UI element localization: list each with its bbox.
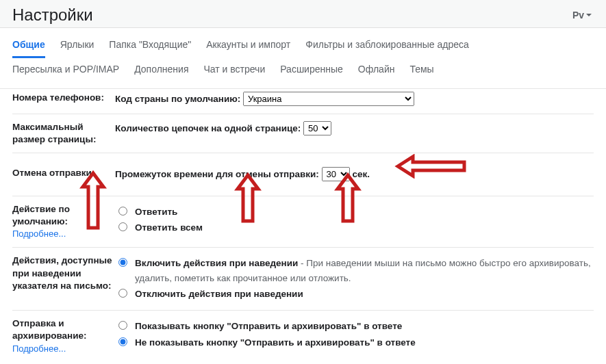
tab-advanced[interactable]: Расширенные <box>280 60 343 81</box>
row-hover-actions: Действия, доступные при наведении указат… <box>12 248 594 311</box>
radio-hide-sendarchive-label: Не показывать кнопку "Отправить и архиви… <box>135 337 416 348</box>
link-more-sendarchive[interactable]: Подробнее... <box>12 343 66 354</box>
annotation-arrow-2 <box>234 170 262 224</box>
tab-chat[interactable]: Чат и встречи <box>203 60 265 81</box>
tab-offline[interactable]: Офлайн <box>358 60 395 81</box>
annotation-arrow-1 <box>79 166 107 231</box>
tab-themes[interactable]: Темы <box>409 60 433 81</box>
radio-hover-off-label: Отключить действия при наведении <box>135 289 303 299</box>
radio-show-sendarchive-label: Показывать кнопку "Отправить и архивиров… <box>135 321 402 331</box>
row-send-archive: Отправка и архивирование: Подробнее... П… <box>12 311 594 362</box>
radio-reply-all-label: Ответить всем <box>135 222 203 233</box>
page-title: Настройки <box>12 5 93 25</box>
row-phone: Номера телефонов: Код страны по умолчани… <box>12 89 594 114</box>
caption-undo-send: Промежуток времени для отмены отправки: <box>115 169 319 179</box>
label-send-archive: Отправка и архивирование: <box>12 318 87 341</box>
tab-general[interactable]: Общие <box>12 35 45 58</box>
label-phone: Номера телефонов: <box>12 92 115 104</box>
chevron-down-icon <box>585 12 592 18</box>
language-selector[interactable]: Pv <box>572 10 592 21</box>
tab-labels[interactable]: Ярлыки <box>60 35 94 58</box>
annotation-arrow-4 <box>392 154 468 179</box>
tabs-row-2: Пересылка и POP/IMAP Дополнения Чат и вс… <box>12 60 594 88</box>
tabs-row-1: Общие Ярлыки Папка "Входящие" Аккаунты и… <box>12 35 594 58</box>
radio-reply-label: Ответить <box>135 207 177 217</box>
row-pagesize: Максимальный размер страницы: Количество… <box>12 114 594 153</box>
tab-inbox[interactable]: Папка "Входящие" <box>109 35 191 58</box>
label-hover-actions: Действия, доступные при наведении указат… <box>12 255 115 292</box>
link-more-defaultreply[interactable]: Подробнее... <box>12 229 66 239</box>
tab-forwarding[interactable]: Пересылка и POP/IMAP <box>12 60 119 81</box>
radio-reply-all[interactable] <box>118 222 127 231</box>
label-pagesize: Максимальный размер страницы: <box>12 121 115 146</box>
radio-hover-on[interactable] <box>118 258 127 267</box>
radio-hide-sendarchive[interactable] <box>118 337 127 346</box>
tab-accounts[interactable]: Аккаунты и импорт <box>206 35 290 58</box>
radio-reply[interactable] <box>118 207 127 216</box>
tab-addons[interactable]: Дополнения <box>134 60 188 81</box>
select-pagesize[interactable]: 50 <box>303 121 331 135</box>
tab-filters[interactable]: Фильтры и заблокированные адреса <box>305 35 469 58</box>
language-code: Pv <box>572 10 584 21</box>
radio-hover-on-label: Включить действия при наведении <box>135 258 298 268</box>
radio-show-sendarchive[interactable] <box>118 321 127 330</box>
caption-pagesize: Количество цепочек на одной странице: <box>115 123 301 133</box>
caption-phone: Код страны по умолчанию: <box>115 94 240 104</box>
select-country-code[interactable]: Украина <box>243 92 414 106</box>
annotation-arrow-3 <box>334 170 362 224</box>
label-default-reply: Действие по умолчанию: <box>12 204 70 226</box>
radio-hover-off[interactable] <box>118 289 127 298</box>
